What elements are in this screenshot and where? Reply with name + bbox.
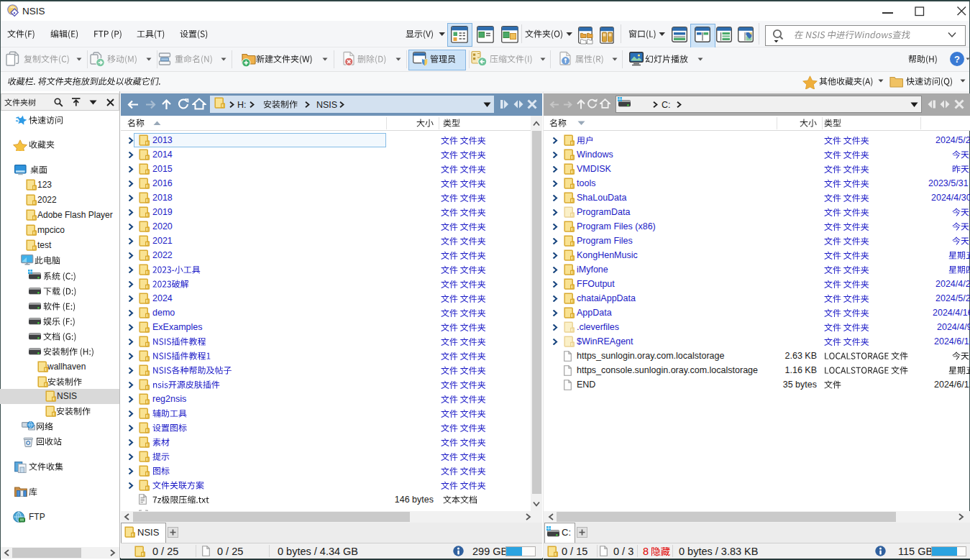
svg-text:?: ? (954, 54, 960, 65)
